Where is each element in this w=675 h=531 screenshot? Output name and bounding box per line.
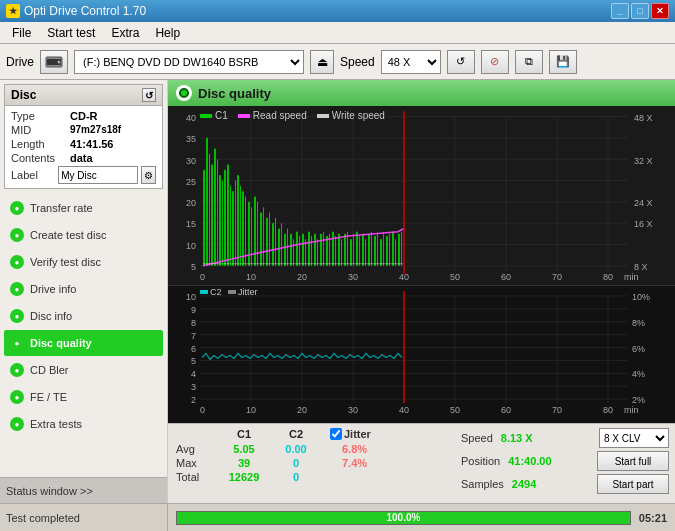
- read-speed-legend: Read speed: [253, 110, 307, 121]
- svg-rect-73: [290, 234, 292, 266]
- svg-rect-48: [219, 175, 221, 266]
- transfer-rate-icon: ●: [10, 201, 24, 215]
- svg-text:70: 70: [552, 271, 562, 281]
- contents-value: data: [70, 152, 93, 164]
- svg-text:0: 0: [200, 405, 205, 415]
- menu-help[interactable]: Help: [147, 24, 188, 42]
- copy-button[interactable]: ⧉: [515, 50, 543, 74]
- svg-rect-51: [227, 165, 229, 266]
- svg-rect-103: [380, 239, 382, 266]
- sidebar-item-cd-bler[interactable]: ● CD Bler: [4, 357, 163, 383]
- max-label: Max: [176, 457, 214, 469]
- drive-icon-button[interactable]: [40, 50, 68, 74]
- menu-extra[interactable]: Extra: [103, 24, 147, 42]
- c2-header: C2: [274, 428, 318, 440]
- svg-rect-52: [230, 186, 231, 266]
- sidebar-item-drive-info[interactable]: ● Drive info: [4, 276, 163, 302]
- svg-text:24 X: 24 X: [634, 198, 652, 208]
- svg-text:50: 50: [450, 405, 460, 415]
- start-part-button[interactable]: Start part: [597, 474, 669, 494]
- svg-rect-68: [275, 218, 276, 266]
- c1-header: C1: [218, 428, 270, 440]
- verify-test-disc-icon: ●: [10, 255, 24, 269]
- svg-text:30: 30: [348, 271, 358, 281]
- svg-text:10%: 10%: [632, 292, 650, 302]
- erase-button[interactable]: ⊘: [481, 50, 509, 74]
- title-bar: ★ Opti Drive Control 1.70 _ □ ✕: [0, 0, 675, 22]
- avg-c1: 5.05: [218, 443, 270, 455]
- max-c2: 0: [274, 457, 318, 469]
- status-window-button[interactable]: Status window >>: [0, 477, 167, 503]
- drive-select[interactable]: (F:) BENQ DVD DD DW1640 BSRB: [74, 50, 304, 74]
- svg-rect-105: [386, 236, 388, 266]
- menu-file[interactable]: File: [4, 24, 39, 42]
- label-edit-button[interactable]: ⚙: [141, 166, 156, 184]
- svg-rect-69: [278, 229, 280, 266]
- svg-rect-110: [401, 232, 402, 266]
- svg-rect-67: [272, 223, 274, 266]
- svg-rect-90: [341, 239, 342, 266]
- svg-rect-61: [254, 197, 256, 266]
- menu-start-test[interactable]: Start test: [39, 24, 103, 42]
- sidebar-item-transfer-rate[interactable]: ● Transfer rate: [4, 195, 163, 221]
- svg-text:5: 5: [191, 262, 196, 272]
- stats-main: C1 C2 Jitter Avg 5.05 0.00 6.8% Max: [168, 424, 455, 503]
- position-stat-label: Position: [461, 455, 500, 467]
- sidebar-item-verify-test-disc[interactable]: ● Verify test disc: [4, 249, 163, 275]
- sidebar-item-extra-tests[interactable]: ● Extra tests: [4, 411, 163, 437]
- main-area: Disc ↺ Type CD-R MID 97m27s18f Length 41…: [0, 80, 675, 503]
- svg-rect-43: [206, 138, 208, 266]
- close-button[interactable]: ✕: [651, 3, 669, 19]
- svg-rect-55: [237, 175, 239, 266]
- label-input[interactable]: [58, 166, 138, 184]
- eject-button[interactable]: ⏏: [310, 50, 334, 74]
- extra-tests-icon: ●: [10, 417, 24, 431]
- svg-rect-108: [395, 239, 396, 266]
- type-value: CD-R: [70, 110, 98, 122]
- jitter-checkbox[interactable]: [330, 428, 342, 440]
- refresh-button[interactable]: ↺: [447, 50, 475, 74]
- svg-text:7: 7: [191, 331, 196, 341]
- content-title: Disc quality: [198, 86, 271, 101]
- svg-text:5: 5: [191, 356, 196, 366]
- svg-rect-49: [222, 181, 223, 266]
- svg-text:4: 4: [191, 369, 196, 379]
- samples-stat-label: Samples: [461, 478, 504, 490]
- sidebar-item-disc-info[interactable]: ● Disc info: [4, 303, 163, 329]
- speed-select[interactable]: 48 X: [381, 50, 441, 74]
- svg-rect-46: [214, 149, 216, 266]
- svg-rect-59: [248, 202, 250, 266]
- svg-rect-99: [368, 234, 370, 266]
- minimize-button[interactable]: _: [611, 3, 629, 19]
- disc-refresh-button[interactable]: ↺: [142, 88, 156, 102]
- svg-text:0: 0: [200, 271, 205, 281]
- sidebar-item-disc-quality[interactable]: ● Disc quality: [4, 330, 163, 356]
- start-full-button[interactable]: Start full: [597, 451, 669, 471]
- svg-rect-57: [242, 191, 244, 266]
- bottom-chart-svg: 10 9 8 7 6 5 4 3 2 10% 8% 6% 4% 2% 0 10 …: [168, 286, 675, 423]
- svg-rect-76: [299, 236, 300, 266]
- mid-label: MID: [11, 124, 66, 136]
- svg-rect-107: [392, 232, 394, 266]
- clv-select[interactable]: 8 X CLV: [599, 428, 669, 448]
- svg-rect-63: [260, 213, 262, 266]
- top-chart-svg: 40 35 30 25 20 15 10 5 48 X 32 X 24 X 16…: [168, 106, 675, 285]
- svg-rect-84: [323, 232, 324, 266]
- save-button[interactable]: 💾: [549, 50, 577, 74]
- svg-rect-77: [302, 234, 304, 266]
- type-label: Type: [11, 110, 66, 122]
- disc-panel: Disc ↺ Type CD-R MID 97m27s18f Length 41…: [4, 84, 163, 189]
- length-label: Length: [11, 138, 66, 150]
- svg-rect-93: [350, 239, 352, 266]
- sidebar-item-create-test-disc[interactable]: ● Create test disc: [4, 222, 163, 248]
- maximize-button[interactable]: □: [631, 3, 649, 19]
- sidebar-item-fe-te[interactable]: ● FE / TE: [4, 384, 163, 410]
- svg-text:8%: 8%: [632, 318, 645, 328]
- create-test-disc-icon: ●: [10, 228, 24, 242]
- svg-text:10: 10: [246, 405, 256, 415]
- avg-label: Avg: [176, 443, 214, 455]
- contents-label: Contents: [11, 152, 66, 164]
- svg-text:C2: C2: [210, 287, 222, 297]
- svg-rect-94: [353, 234, 354, 266]
- svg-rect-80: [311, 236, 312, 266]
